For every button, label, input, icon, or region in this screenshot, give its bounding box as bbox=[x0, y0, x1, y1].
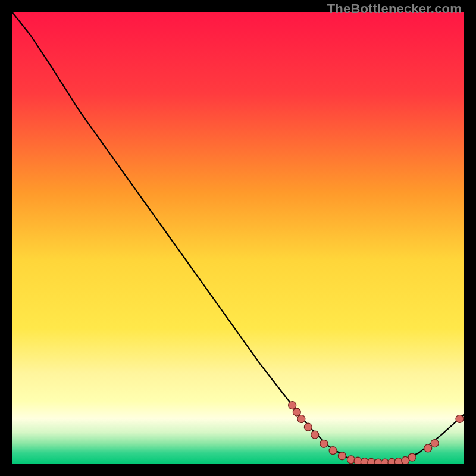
data-marker bbox=[456, 415, 464, 423]
data-marker bbox=[293, 408, 300, 416]
bottleneck-chart bbox=[12, 12, 464, 464]
data-marker bbox=[424, 444, 432, 452]
data-marker bbox=[289, 402, 296, 409]
data-marker bbox=[298, 415, 305, 423]
watermark-label: TheBottlenecker.com bbox=[327, 1, 462, 17]
data-marker bbox=[354, 457, 362, 464]
chart-frame bbox=[12, 12, 464, 464]
chart-background-gradient bbox=[12, 12, 464, 464]
data-marker bbox=[408, 453, 416, 461]
data-marker bbox=[311, 431, 319, 439]
data-marker bbox=[347, 456, 355, 464]
data-marker bbox=[338, 452, 346, 460]
data-marker bbox=[329, 447, 337, 455]
data-marker bbox=[431, 440, 439, 447]
data-marker bbox=[320, 440, 328, 447]
data-marker bbox=[304, 423, 312, 431]
